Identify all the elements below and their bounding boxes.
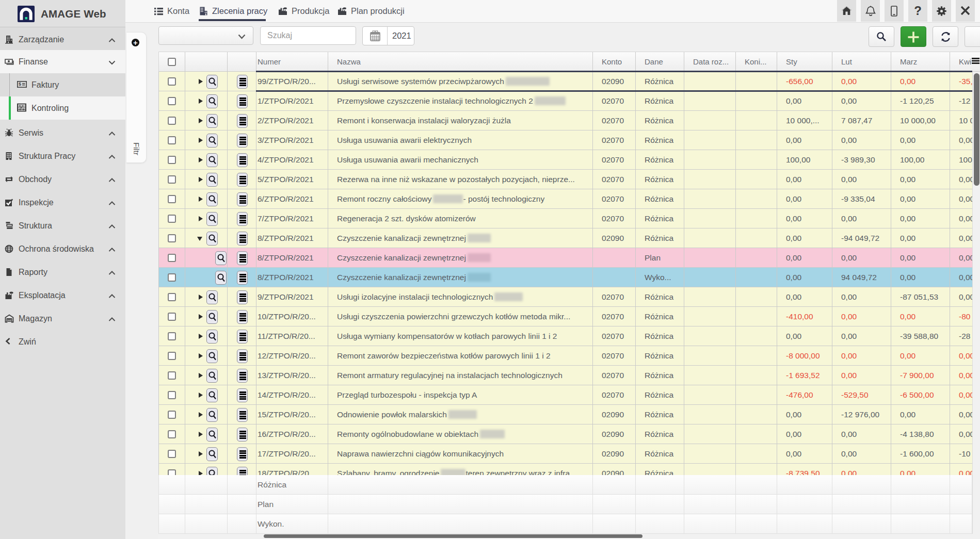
svg-text:$: $	[19, 81, 21, 87]
